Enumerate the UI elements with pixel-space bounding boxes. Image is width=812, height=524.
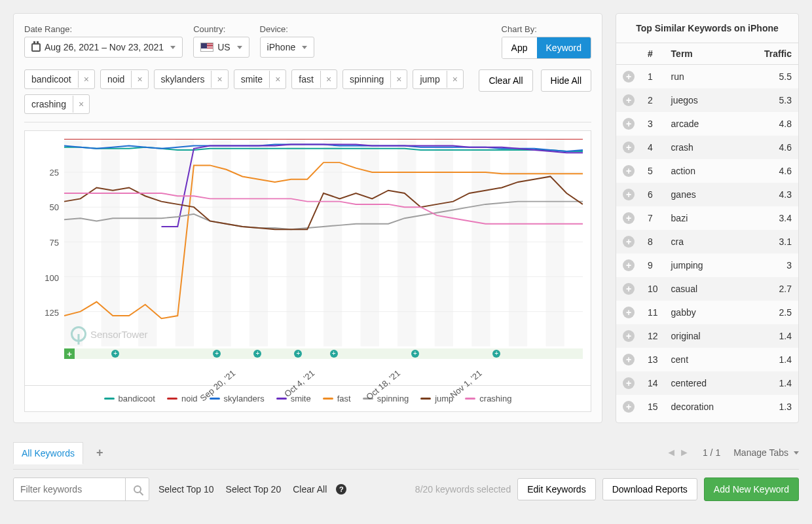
country-value: US [217,42,230,52]
svg-rect-2 [138,139,157,346]
keyword-row[interactable]: +7bazi3.4 [616,206,798,230]
filter-keywords-input[interactable] [14,478,125,500]
svg-rect-12 [509,139,527,346]
chip-remove-icon[interactable]: × [78,71,94,88]
chip-remove-icon[interactable]: × [211,71,227,88]
hide-all-chips-button[interactable]: Hide All [541,69,591,92]
chip-jump: jump× [413,69,464,89]
chip-bandicoot: bandicoot× [24,69,95,89]
chart-by-keyword[interactable]: Keyword [537,37,591,58]
country-label: Country: [193,24,249,34]
chip-remove-icon[interactable]: × [447,71,463,88]
chip-remove-icon[interactable]: × [131,71,147,88]
clear-all-chips-button[interactable]: Clear All [479,69,532,92]
keyword-row[interactable]: +1run5.5 [616,65,798,89]
keyword-row[interactable]: +8cra3.1 [616,230,798,253]
keyword-row[interactable]: +6ganes4.3 [616,183,798,206]
add-keyword-icon[interactable]: + [623,118,635,130]
chip-label: bandicoot [25,70,78,88]
calendar-icon [31,43,41,52]
add-keyword-icon[interactable]: + [623,212,635,224]
chip-label: crashing [25,95,73,113]
chart-by-app[interactable]: App [502,37,537,58]
tab-all-keywords[interactable]: All Keywords [13,442,83,464]
legend-item-smite[interactable]: smite [276,394,311,403]
next-page-icon[interactable]: ► [679,447,690,458]
keyword-row[interactable]: +13cent1.4 [616,348,798,371]
filter-search-button[interactable] [125,478,149,500]
add-keyword-icon[interactable]: + [623,236,635,248]
svg-rect-10 [435,139,453,346]
select-top-20-button[interactable]: Select Top 20 [223,480,284,498]
manage-tabs-button[interactable]: Manage Tabs [733,447,799,458]
chip-remove-icon[interactable]: × [320,71,337,88]
add-keyword-icon[interactable]: + [623,141,635,153]
legend-item-noid[interactable]: noid [167,394,198,403]
event-dot[interactable]: + [492,350,500,358]
x-axis: Sep 20, '21Oct 4, '21Oct 18, '21Nov 1, '… [64,359,583,385]
event-dot[interactable]: + [294,350,302,358]
chart-legend: bandicootnoidskylanderssmitefastspinning… [24,386,591,412]
add-tab-button[interactable]: + [91,443,109,462]
legend-item-skylanders[interactable]: skylanders [210,394,265,403]
help-icon[interactable]: ? [336,484,346,495]
legend-item-jump[interactable]: jump [420,394,453,403]
country-select[interactable]: US [193,37,249,58]
legend-item-fast[interactable]: fast [323,394,351,403]
add-keyword-icon[interactable]: + [623,71,635,83]
col-term: Term [665,43,742,65]
keyword-row[interactable]: +9jumping3 [616,253,798,277]
actions-row: Select Top 10 Select Top 20 Clear All ? … [13,470,799,501]
event-dot[interactable]: + [330,350,338,358]
select-top-10-button[interactable]: Select Top 10 [156,480,217,498]
keyword-row[interactable]: +11gabby2.5 [616,301,798,324]
chip-label: spinning [343,70,390,88]
legend-item-crashing[interactable]: crashing [465,394,511,403]
keyword-row[interactable]: +3arcade4.8 [616,112,798,136]
event-dot[interactable]: + [253,350,261,358]
keyword-row[interactable]: +12original1.4 [616,324,798,348]
chip-spinning: spinning× [342,69,407,89]
add-keyword-icon[interactable]: + [623,283,635,295]
keyword-row[interactable]: +15decoration1.3 [616,395,798,419]
chip-label: jump [413,70,446,88]
keyword-row[interactable]: +5action4.6 [616,159,798,183]
event-dot[interactable]: + [213,350,221,358]
add-new-keyword-button[interactable]: Add New Keyword [704,477,799,501]
y-axis: 255075100125 [33,139,64,348]
legend-swatch [323,398,333,400]
edit-keywords-button[interactable]: Edit Keywords [517,478,595,500]
side-title: Top Similar Keywords on iPhone [616,14,798,43]
add-keyword-icon[interactable]: + [623,307,635,318]
add-keyword-icon[interactable]: + [623,189,635,200]
prev-page-icon[interactable]: ◄ [666,447,676,458]
legend-swatch [167,398,177,400]
legend-item-bandicoot[interactable]: bandicoot [104,394,155,403]
add-keyword-icon[interactable]: + [623,401,635,413]
keyword-row[interactable]: +4crash4.6 [616,136,798,159]
search-icon [134,485,141,493]
event-dot[interactable]: + [111,350,119,358]
chart-plot[interactable]: SensorTower [64,139,583,348]
chip-remove-icon[interactable]: × [269,71,286,88]
chip-remove-icon[interactable]: × [73,96,89,113]
add-keyword-icon[interactable]: + [623,259,635,271]
event-row: + +++++++ [64,348,583,359]
date-range-select[interactable]: Aug 26, 2021 – Nov 23, 2021 [24,37,183,58]
clear-all-button[interactable]: Clear All [290,480,329,498]
add-keyword-icon[interactable]: + [623,165,635,177]
add-keyword-icon[interactable]: + [623,330,635,342]
keyword-chips: bandicoot×noid×skylanders×smite×fast×spi… [24,69,468,114]
event-dot[interactable]: + [411,350,419,358]
download-reports-button[interactable]: Download Reports [602,478,697,500]
svg-rect-13 [545,139,564,346]
add-keyword-icon[interactable]: + [623,354,635,365]
keyword-row[interactable]: +10casual2.7 [616,277,798,301]
add-keyword-icon[interactable]: + [623,94,635,106]
add-event-button[interactable]: + [64,348,75,359]
keyword-row[interactable]: +2juegos5.3 [616,88,798,112]
device-select[interactable]: iPhone [260,37,315,58]
keyword-row[interactable]: +14centered1.4 [616,371,798,395]
add-keyword-icon[interactable]: + [623,377,635,389]
chip-remove-icon[interactable]: × [390,71,407,88]
